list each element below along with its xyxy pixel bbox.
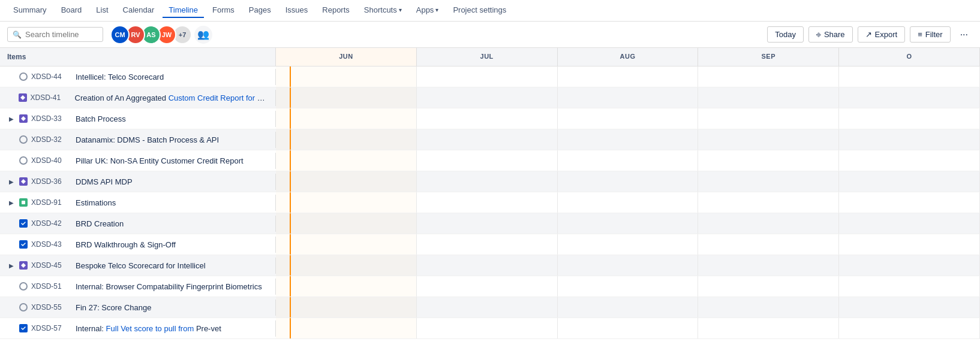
issue-key[interactable]: XDSD-55 — [31, 303, 72, 311]
month-zone — [839, 87, 980, 108]
issue-type-icon — [19, 72, 28, 81]
issue-type-icon — [19, 114, 28, 123]
nav-forms[interactable]: Forms — [206, 3, 241, 18]
avatar-cm[interactable]: CM — [110, 25, 130, 44]
nav-project-settings[interactable]: Project settings — [447, 3, 512, 18]
month-zone — [839, 66, 980, 87]
expand-button — [7, 303, 16, 311]
expand-button — [7, 324, 16, 332]
nav-list[interactable]: List — [90, 3, 114, 18]
issue-key[interactable]: XDSD-33 — [31, 114, 72, 123]
month-zone — [558, 192, 699, 213]
nav-pages[interactable]: Pages — [243, 3, 277, 18]
month-zone — [276, 255, 417, 276]
month-zone — [839, 108, 980, 129]
issue-title: Internal: Browser Compatability Fingerpr… — [76, 282, 262, 291]
expand-button — [7, 219, 16, 228]
nav-board[interactable]: Board — [55, 3, 88, 18]
issue-key[interactable]: XDSD-32 — [31, 135, 72, 144]
nav-issues[interactable]: Issues — [279, 3, 314, 18]
filter-icon: ≡ — [918, 30, 922, 39]
issue-type-icon — [19, 324, 28, 332]
issue-type-icon — [19, 135, 28, 144]
month-zone — [558, 234, 699, 255]
table-row: ▶XDSD-91Estimations — [0, 192, 980, 213]
issue-type-icon — [19, 282, 28, 291]
month-zone — [417, 234, 558, 255]
today-line — [290, 213, 291, 234]
today-line — [290, 129, 291, 150]
nav-summary[interactable]: Summary — [7, 3, 53, 18]
issue-title: BRD Creation — [76, 219, 124, 228]
nav-timeline[interactable]: Timeline — [163, 3, 204, 18]
manage-members-button[interactable]: 👥 — [194, 26, 212, 44]
nav-calendar[interactable]: Calendar — [117, 3, 161, 18]
table-row: XDSD-51Internal: Browser Compatability F… — [0, 276, 980, 297]
issue-type-icon — [19, 219, 28, 228]
issue-key[interactable]: XDSD-43 — [31, 240, 72, 249]
expand-button[interactable]: ▶ — [7, 177, 16, 186]
month-zone — [698, 192, 839, 213]
month-zone — [698, 213, 839, 234]
item-cell-xdsd-32: XDSD-32Datanamix: DDMS - Batch Process &… — [0, 132, 276, 148]
month-zone — [698, 276, 839, 297]
gantt-bar-area — [276, 192, 980, 213]
expand-button[interactable]: ▶ — [7, 114, 16, 123]
table-row: XDSD-55Fin 27: Score Change — [0, 297, 980, 318]
search-input[interactable] — [25, 30, 97, 39]
item-cell-xdsd-43: XDSD-43BRD Walkthrough & Sign-Off — [0, 237, 276, 253]
table-row: ▶XDSD-33Batch Process — [0, 108, 980, 129]
month-zone — [417, 318, 558, 338]
month-zone — [558, 171, 699, 192]
gantt-bar-area — [276, 255, 980, 276]
month-zone — [558, 150, 699, 171]
expand-button[interactable]: ▶ — [7, 261, 16, 270]
nav-apps[interactable]: Apps ▾ — [410, 3, 445, 18]
issue-key[interactable]: XDSD-51 — [31, 282, 72, 291]
issue-title-link[interactable]: Custom Credit Report for consum... — [169, 93, 268, 102]
share-button[interactable]: ⎆ Share — [808, 26, 853, 43]
issue-key[interactable]: XDSD-42 — [31, 219, 72, 228]
issue-type-icon — [19, 93, 27, 102]
month-zone — [839, 255, 980, 276]
issue-key[interactable]: XDSD-41 — [31, 93, 71, 102]
month-zone — [276, 318, 417, 338]
export-button[interactable]: ↗ Export — [858, 26, 906, 43]
expand-button — [7, 282, 16, 291]
today-line — [290, 87, 291, 108]
month-zone — [417, 66, 558, 87]
month-aug: AUG — [558, 48, 699, 66]
nav-reports[interactable]: Reports — [316, 3, 356, 18]
more-button[interactable]: ··· — [955, 27, 973, 43]
issue-key[interactable]: XDSD-36 — [31, 177, 72, 186]
issue-title: Pillar UK: Non-SA Entity Customer Credit… — [76, 156, 244, 165]
today-line — [290, 150, 291, 171]
month-zone — [417, 108, 558, 129]
month-zone — [839, 276, 980, 297]
nav-shortcuts[interactable]: Shortcuts ▾ — [358, 3, 408, 18]
month-zone — [276, 234, 417, 255]
filter-button[interactable]: ≡ Filter — [910, 26, 950, 43]
month-zone — [558, 108, 699, 129]
issue-key[interactable]: XDSD-91 — [31, 198, 72, 207]
item-cell-xdsd-41: XDSD-41Creation of An Aggregated Custom … — [0, 90, 276, 106]
issue-key[interactable]: XDSD-57 — [31, 324, 72, 332]
month-jun: JUN — [276, 48, 417, 66]
gantt-bar-area — [276, 318, 980, 338]
issue-key[interactable]: XDSD-45 — [31, 261, 72, 270]
table-row: XDSD-43BRD Walkthrough & Sign-Off — [0, 234, 980, 255]
expand-button[interactable]: ▶ — [7, 198, 16, 207]
top-navigation: Summary Board List Calendar Timeline For… — [0, 0, 980, 22]
search-box[interactable]: 🔍 — [7, 27, 103, 42]
month-zone — [276, 297, 417, 317]
issue-key[interactable]: XDSD-44 — [31, 72, 72, 81]
issue-key[interactable]: XDSD-40 — [31, 156, 72, 165]
month-zone — [558, 213, 699, 234]
issue-title-link[interactable]: Full Vet score to pull from — [106, 324, 194, 333]
month-zone — [698, 318, 839, 338]
today-line — [290, 108, 291, 129]
today-button[interactable]: Today — [767, 26, 804, 43]
month-zone — [417, 171, 558, 192]
today-line — [290, 234, 291, 255]
month-zone — [276, 192, 417, 213]
